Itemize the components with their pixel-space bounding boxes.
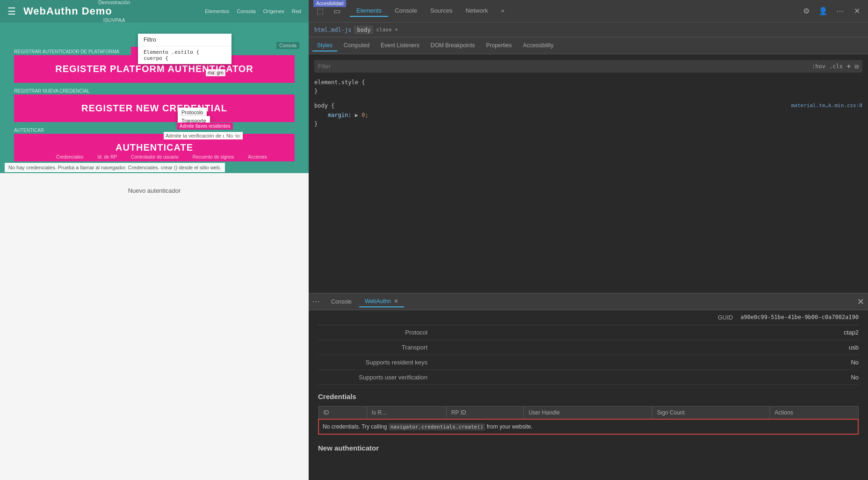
credentials-section: Credentials ID Is R… RP ID User Handle S… (318, 393, 859, 435)
app-header: ☰ Demostración WebAuthn Demo ISUVPAA Ele… (0, 0, 309, 173)
filter-arrange-btn[interactable]: ⊟ (855, 63, 859, 70)
accessibility-badge: Accesibilidad (313, 0, 346, 7)
breadcrumb-html[interactable]: html.mdl-js (314, 27, 351, 33)
menu-icon[interactable]: ☰ (7, 6, 16, 17)
webauthn-tab-console[interactable]: Console (326, 297, 357, 307)
app-title: WebAuthn Demo (23, 5, 205, 17)
app-panel: ☰ Demostración WebAuthn Demo ISUVPAA Ele… (0, 0, 309, 480)
filter-dropdown: Filtro Elemento .estilo { cuerpo { (138, 34, 231, 64)
resident-keys-row: Supports resident keys No (318, 355, 859, 370)
filter-title: Filtro (138, 34, 231, 46)
col-actions: Actions (770, 407, 858, 420)
close-devtools-btn[interactable]: ✕ (849, 4, 864, 19)
styles-tab-dom-breakpoints[interactable]: DOM Breakpoints (426, 40, 480, 51)
css-property-margin: margin: (328, 112, 352, 118)
app-nav-links: Elementos Consola Orígenes Red (205, 8, 301, 14)
user-icon-btn[interactable]: 👤 (816, 4, 831, 19)
styles-tab-event-listeners[interactable]: Event Listeners (376, 40, 424, 51)
devtools-panel: Accesibilidad ⬚ ▭ Elements Console Sourc… (309, 0, 868, 480)
uuid-value: a90e0c99-51be-41be-9b00-c0a7002a190 (740, 314, 859, 321)
nav-link-consola[interactable]: Consola (237, 8, 255, 14)
tab-more[interactable]: » (494, 5, 511, 17)
styles-tab-computed[interactable]: Computed (339, 40, 374, 51)
user-verif-key: Supports user verification (318, 374, 435, 381)
margin-indicator: ma: grn (206, 69, 225, 76)
register-new-btn[interactable]: REGISTER NEW CREDENTIAL (14, 95, 295, 122)
styles-panel-tabs: Styles Computed Event Listeners DOM Brea… (309, 37, 868, 54)
credentials-table: ID Is R… RP ID User Handle Sign Count Ac… (318, 406, 859, 435)
new-authenticator-section: New authenticator (318, 444, 859, 452)
nav-link-origenes[interactable]: Orígenes (263, 8, 284, 14)
app-bottom: Nuevo autenticador (0, 173, 309, 480)
elements-breadcrumb: html.mdl-js body clase + (309, 22, 868, 37)
new-authenticator-title: New authenticator (318, 444, 859, 452)
tab-network[interactable]: Network (459, 5, 495, 17)
no-credentials-msg: No hay credenciales. Prueba a llamar al … (5, 163, 225, 172)
uuid-label: GUID (718, 314, 733, 321)
app-title-area: Demostración WebAuthn Demo ISUVPAA (23, 0, 205, 23)
styles-content: :hov .cls + ⊟ element.style { } body { m… (309, 54, 868, 293)
css-selector-body: body { (314, 102, 334, 109)
protocol-key: Protocol (318, 329, 435, 336)
body-code: cuerpo { (144, 55, 226, 61)
resident-keys-key: Supports resident keys (318, 359, 435, 366)
webauthn-more-btn[interactable]: ⋯ (312, 297, 320, 306)
tab-console[interactable]: Console (388, 5, 424, 17)
no-credentials-row: No credentials. Try calling navigator.cr… (318, 419, 858, 434)
css-rule-body: body { material.te…k.min.css:8 margin: ▶… (314, 102, 862, 129)
breadcrumb-plus: clase + (376, 27, 398, 33)
user-verif-value: No (851, 374, 859, 381)
table-header-row: ID Is R… RP ID User Handle Sign Count Ac… (318, 407, 858, 420)
resident-keys-badge: Admite llaves residentes (177, 123, 233, 130)
css-value-zero: 0; (362, 112, 368, 118)
css-selector-element-style: element.style { (314, 79, 365, 86)
nav-link-elementos[interactable]: Elementos (205, 8, 229, 14)
devtools-toolbar: ⬚ ▭ Elements Console Sources Network » ⚙… (309, 0, 868, 22)
tab-sources[interactable]: Sources (424, 5, 459, 17)
tab-elements[interactable]: Elements (350, 5, 388, 17)
transport-key: Transport (318, 344, 435, 351)
protocol-label: Protocolo (181, 109, 203, 115)
settings-icon-btn[interactable]: ⚙ (799, 4, 814, 19)
protocol-overlay: Protocolo (178, 108, 207, 117)
element-style-code: Elemento .estilo { (144, 49, 226, 55)
css-source-material[interactable]: material.te…k.min.css:8 (791, 102, 862, 110)
resident-keys-value: No (851, 359, 859, 366)
css-expand-margin[interactable]: ▶ (355, 112, 358, 118)
no-creds-suffix: from your website. (485, 423, 532, 430)
no-creds-text: No credentials. Try calling (323, 423, 389, 430)
more-dots-btn[interactable]: ⋯ (832, 4, 847, 19)
user-handle-label: Controlador de usuario (131, 154, 179, 160)
webauthn-close-panel-btn[interactable]: ✕ (857, 297, 864, 307)
no-creds-code: navigator.credentials.create() (389, 423, 485, 430)
css-rule-element-style: element.style { } (314, 78, 862, 96)
styles-tab-accessibility[interactable]: Accessibility (518, 40, 558, 51)
filter-cls-btn[interactable]: .cls (829, 63, 843, 70)
webauthn-close-tab-btn[interactable]: ✕ (394, 298, 398, 305)
authenticate-label: AUTENTICAR (14, 128, 295, 133)
styles-tab-styles[interactable]: Styles (312, 40, 337, 51)
actions-label: Acciones (248, 154, 267, 160)
breadcrumb-body[interactable]: body (354, 26, 373, 34)
filter-add-btn[interactable]: + (846, 62, 851, 71)
filter-hov-btn[interactable]: :hov (812, 63, 825, 70)
element-style-block: Elemento .estilo { cuerpo { (138, 46, 231, 64)
credentials-title: Credentials (318, 393, 859, 400)
styles-tab-properties[interactable]: Properties (481, 40, 516, 51)
transport-row: Transport usb (318, 340, 859, 355)
protocol-value: ctap2 (844, 329, 859, 336)
devtools-tabs: Elements Console Sources Network » (350, 5, 797, 17)
webauthn-tab-webauthn[interactable]: WebAuthn ✕ (359, 296, 404, 307)
webauthn-panel: ⋯ Console WebAuthn ✕ ✕ GUID a90e0c99-51b… (309, 293, 868, 480)
nav-link-red[interactable]: Red (292, 8, 301, 14)
app-nav: ☰ Demostración WebAuthn Demo ISUVPAA Ele… (0, 0, 309, 22)
user-verif-row: Supports user verification No (318, 370, 859, 385)
col-rp-id: RP ID (446, 407, 523, 420)
filter-input[interactable] (318, 63, 808, 70)
console-tab-badge: Consola (276, 42, 299, 49)
col-id: ID (318, 407, 367, 420)
css-closing-brace-1: } (314, 88, 318, 95)
no-credentials-cell: No credentials. Try calling navigator.cr… (318, 419, 858, 434)
protocol-row: Protocol ctap2 (318, 325, 859, 340)
sign-request-label: Recuento de signos (193, 154, 234, 160)
